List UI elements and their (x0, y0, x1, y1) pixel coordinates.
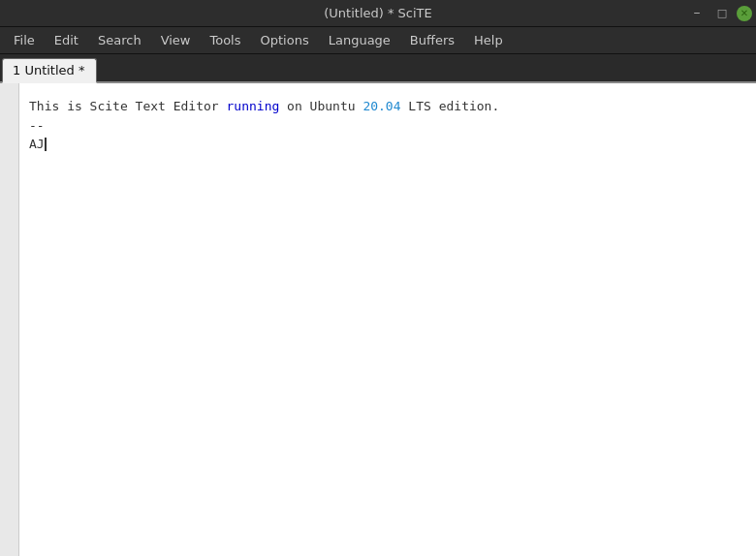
minimize-button[interactable]: – (686, 3, 708, 24)
editor-content[interactable]: This is Scite Text Editor running on Ubu… (19, 83, 756, 556)
text-segment: This is Scite Text Editor (29, 97, 227, 116)
active-tab[interactable]: 1 Untitled * (2, 58, 97, 83)
editor-container: This is Scite Text Editor running on Ubu… (0, 83, 756, 556)
window-controls: – □ ✕ (686, 3, 752, 24)
menu-bar: FileEditSearchViewToolsOptionsLanguageBu… (0, 27, 756, 54)
text-segment: -- (29, 116, 45, 136)
menu-item-language[interactable]: Language (319, 31, 400, 49)
tab-label: 1 Untitled * (13, 63, 84, 77)
maximize-button[interactable]: □ (711, 3, 733, 24)
menu-item-file[interactable]: File (4, 31, 45, 49)
menu-item-tools[interactable]: Tools (200, 31, 250, 49)
text-segment: running (227, 97, 280, 116)
close-button[interactable]: ✕ (737, 6, 752, 21)
menu-item-edit[interactable]: Edit (45, 31, 88, 49)
text-cursor (45, 138, 47, 151)
text-segment: AJ (29, 135, 45, 154)
editor-line-1: This is Scite Text Editor running on Ubu… (29, 97, 746, 116)
menu-item-buffers[interactable]: Buffers (400, 31, 464, 49)
editor-line-3: AJ (29, 135, 746, 154)
text-segment: 20.04 (362, 97, 400, 116)
text-segment: LTS edition. (401, 97, 500, 116)
menu-item-view[interactable]: View (151, 31, 201, 49)
text-segment: on Ubuntu (279, 97, 362, 116)
menu-item-options[interactable]: Options (251, 31, 319, 49)
menu-item-help[interactable]: Help (464, 31, 513, 49)
window-title: (Untitled) * SciTE (324, 6, 432, 20)
tab-bar: 1 Untitled * (0, 54, 756, 83)
editor-line-2: -- (29, 116, 746, 136)
line-numbers (0, 83, 19, 556)
menu-item-search[interactable]: Search (88, 31, 151, 49)
title-bar: (Untitled) * SciTE – □ ✕ (0, 0, 756, 27)
